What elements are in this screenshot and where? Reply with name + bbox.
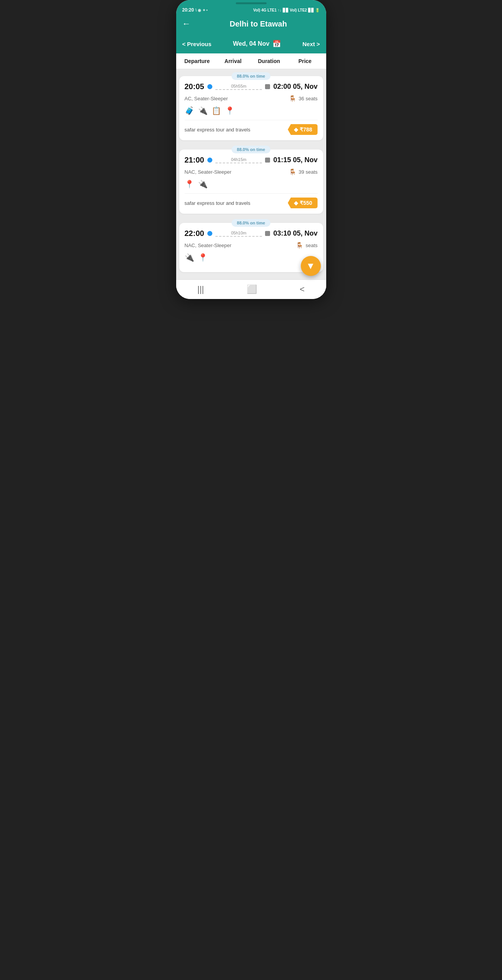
time-display: 20:20 (182, 7, 194, 13)
table-header: Departure Arrival Duration Price (176, 53, 326, 69)
route-line-1: 05h55m (215, 84, 262, 90)
seats-count-1: 36 seats (299, 96, 317, 101)
on-time-badge-3: 88.0% on time (232, 219, 270, 227)
seats-info-2: 🪑 39 seats (289, 168, 317, 176)
prev-label: Previous (187, 41, 211, 47)
seats-count-3: seats (305, 243, 317, 248)
price-tag-1[interactable]: ◆ ₹788 (288, 124, 317, 135)
next-icon: > (317, 41, 320, 47)
app-header: ← Delhi to Etawah (176, 14, 326, 36)
dashed-line-2 (215, 163, 262, 163)
status-bar: 20:20 \ ◉ ✦ • Vol) 4G LTE1 ↑↓ ▊▊ Vol) LT… (176, 4, 326, 14)
amenities-3: 🔌 📍 (185, 253, 318, 262)
bus-type-3: NAC, Seater-Sleeper (185, 243, 232, 248)
network-info: Vol) 4G LTE1 ↑↓ ▊▊ Vol) LTE2 ▊▊ 🔋 (253, 8, 320, 12)
arrival-time-3: 03:10 05, Nov (273, 229, 317, 238)
amenity-charge-icon-2: 🔌 (198, 179, 208, 189)
bus-card-content-2[interactable]: 21:00 04h15m 01:15 05, Nov NAC, Seater-S… (179, 149, 323, 214)
arrival-dot-1 (265, 84, 270, 89)
seats-info-1: 🪑 36 seats (289, 95, 317, 102)
departure-dot-1 (207, 84, 212, 89)
departure-dot-3 (207, 231, 212, 236)
dashed-line-1 (215, 89, 262, 90)
next-label: Next (302, 41, 315, 47)
arrival-dot-2 (265, 158, 270, 163)
dashed-line-3 (215, 236, 262, 237)
header-arrival: Arrival (215, 58, 251, 64)
filter-icon: ▼ (306, 261, 315, 271)
current-date: Wed, 04 Nov 📅 (233, 40, 281, 48)
route-line-3: 05h10m (215, 231, 262, 237)
header-price: Price (287, 58, 323, 64)
footer-row-2: safar express tour and travels ◆ ₹550 (185, 193, 318, 208)
date-navigation: < Previous Wed, 04 Nov 📅 Next > (176, 36, 326, 53)
signal-icons: \ ◉ ✦ • (195, 8, 208, 12)
date-label: Wed, 04 Nov (233, 40, 270, 47)
bus-card-content-1[interactable]: 20:05 05h55m 02:00 05, Nov AC, Seater-Sl… (179, 76, 323, 140)
seat-icon-3: 🪑 (296, 242, 304, 249)
on-time-badge-2: 88.0% on time (232, 146, 270, 153)
arrival-dot-3 (265, 231, 270, 236)
filter-fab-button[interactable]: ▼ (301, 256, 321, 276)
departure-time-3: 22:00 (185, 229, 204, 238)
bus-card-2[interactable]: 88.0% on time 21:00 04h15m 01:15 05, Nov… (179, 146, 323, 214)
operator-2: safar express tour and travels (185, 200, 250, 206)
next-date-button[interactable]: Next > (302, 41, 320, 47)
header-departure: Departure (179, 58, 215, 64)
header-duration: Duration (251, 58, 287, 64)
status-indicators: Vol) 4G LTE1 ↑↓ ▊▊ Vol) LTE2 ▊▊ 🔋 (253, 8, 320, 12)
nav-back-icon[interactable]: < (300, 284, 305, 294)
amenity-location-icon-2: 📍 (185, 179, 194, 189)
departure-dot-2 (207, 158, 212, 163)
amenity-location-icon-3: 📍 (198, 253, 208, 262)
amenity-document-icon: 📋 (212, 106, 221, 115)
duration-2: 04h15m (231, 157, 247, 162)
price-tag-2[interactable]: ◆ ₹550 (288, 198, 317, 208)
departure-time-1: 20:05 (185, 82, 204, 91)
price-diamond-2: ◆ (294, 200, 298, 206)
seat-icon-2: 🪑 (289, 168, 297, 176)
bus-type-2: NAC, Seater-Sleeper (185, 169, 232, 175)
info-row-3: NAC, Seater-Sleeper 🪑 seats (185, 242, 318, 249)
price-amount-1: ₹788 (300, 126, 312, 133)
route-row-1: 20:05 05h55m 02:00 05, Nov (185, 82, 318, 91)
back-button[interactable]: ← (182, 19, 191, 29)
departure-time-2: 21:00 (185, 156, 204, 164)
route-row-2: 21:00 04h15m 01:15 05, Nov (185, 156, 318, 164)
bus-card-1[interactable]: 88.0% on time 20:05 05h55m 02:00 05, Nov… (179, 72, 323, 140)
duration-1: 05h55m (231, 84, 247, 88)
nav-menu-icon[interactable]: ||| (197, 284, 204, 294)
previous-date-button[interactable]: < Previous (182, 41, 212, 47)
duration-3: 05h10m (231, 231, 247, 235)
amenity-charge-icon-3: 🔌 (185, 253, 194, 262)
prev-icon: < (182, 41, 186, 47)
calendar-icon[interactable]: 📅 (272, 40, 281, 48)
arrival-time-2: 01:15 05, Nov (273, 156, 317, 164)
operator-1: safar express tour and travels (185, 127, 250, 133)
amenities-1: 🧳 🔌 📋 📍 (185, 106, 318, 115)
amenity-location-icon: 📍 (225, 106, 235, 115)
bus-type-1: AC, Seater-Sleeper (185, 96, 228, 101)
amenity-charge-icon: 🔌 (198, 106, 208, 115)
footer-row-1: safar express tour and travels ◆ ₹788 (185, 120, 318, 135)
amenity-luggage-icon: 🧳 (185, 106, 194, 115)
on-time-badge-1: 88.0% on time (232, 72, 270, 80)
price-diamond-1: ◆ (294, 126, 298, 133)
route-line-2: 04h15m (215, 157, 262, 163)
seat-icon-1: 🪑 (289, 95, 297, 102)
arrival-time-1: 02:00 05, Nov (273, 83, 317, 91)
route-row-3: 22:00 05h10m 03:10 05, Nov (185, 229, 318, 238)
page-title: Delhi to Etawah (197, 20, 320, 28)
nav-home-icon[interactable]: ⬜ (247, 284, 257, 294)
seats-count-2: 39 seats (299, 169, 317, 175)
price-amount-2: ₹550 (300, 200, 312, 206)
info-row-2: NAC, Seater-Sleeper 🪑 39 seats (185, 168, 318, 176)
status-time: 20:20 \ ◉ ✦ • (182, 7, 208, 13)
seats-info-3: 🪑 seats (296, 242, 317, 249)
info-row-1: AC, Seater-Sleeper 🪑 36 seats (185, 95, 318, 102)
bottom-navigation: ||| ⬜ < (176, 279, 326, 299)
amenities-2: 📍 🔌 (185, 179, 318, 189)
